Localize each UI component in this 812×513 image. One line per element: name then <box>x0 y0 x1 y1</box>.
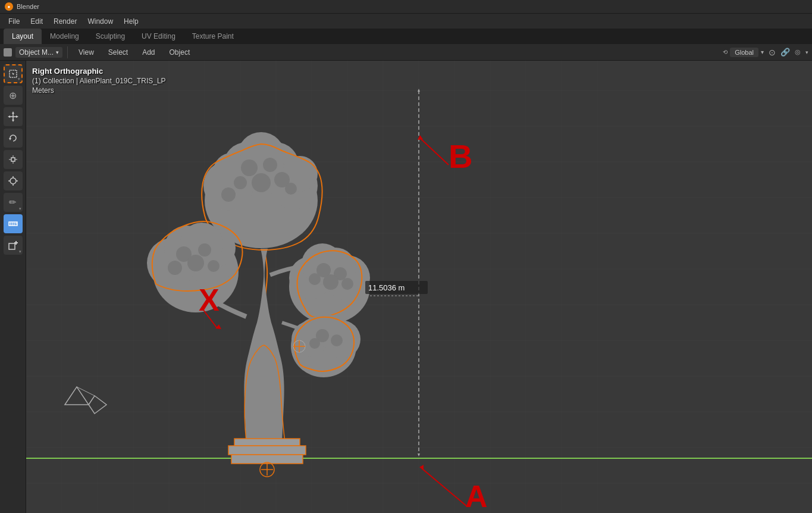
svg-marker-6 <box>8 115 10 118</box>
title-bar: ● Blender <box>0 0 812 13</box>
header-right: ⟲ Global ▾ ⊙ 🔗 ◎ ▾ <box>723 48 808 57</box>
svg-point-14 <box>10 178 16 184</box>
transform-orientation-icon: ⟲ <box>723 49 728 55</box>
blender-logo: ● <box>5 2 13 11</box>
svg-point-84 <box>168 261 182 275</box>
svg-point-94 <box>341 278 353 290</box>
svg-marker-5 <box>12 120 14 122</box>
proportional-dropdown[interactable]: ▾ <box>805 49 808 55</box>
svg-marker-1 <box>12 73 14 75</box>
select-box-icon <box>8 69 18 79</box>
tool-cursor[interactable]: ⊕ <box>4 86 23 105</box>
cursor-icon: ⊕ <box>9 90 17 101</box>
menu-bar: File Edit Render Window Help <box>0 13 812 29</box>
proportional-icon[interactable]: ◎ <box>795 48 801 56</box>
svg-marker-4 <box>12 111 14 114</box>
tool-annotate[interactable]: ✏ <box>4 193 23 212</box>
tool-measure[interactable] <box>4 214 23 233</box>
viewport-canvas: B X A 11.5036 m <box>26 61 812 513</box>
svg-point-82 <box>187 255 204 271</box>
transform-icon <box>8 176 18 186</box>
measure-icon <box>8 218 18 229</box>
tab-texture-paint[interactable]: Texture Paint <box>184 29 242 44</box>
move-icon <box>8 111 18 122</box>
toolbar-object[interactable]: Object <box>164 47 196 58</box>
workspace-tabs: Layout Modeling Sculpting UV Editing Tex… <box>0 29 812 44</box>
svg-point-83 <box>208 260 220 272</box>
svg-text:11.5036 m: 11.5036 m <box>368 283 405 292</box>
tool-add-object[interactable] <box>4 236 23 255</box>
svg-marker-8 <box>9 138 11 140</box>
tab-modeling[interactable]: Modeling <box>42 29 87 44</box>
svg-point-67 <box>241 159 258 176</box>
tool-transform[interactable] <box>4 171 23 190</box>
add-object-icon <box>8 240 18 251</box>
menu-window[interactable]: Window <box>83 16 118 27</box>
global-orientation-btn[interactable]: Global <box>730 48 758 57</box>
menu-render[interactable]: Render <box>49 16 81 27</box>
svg-point-93 <box>309 273 321 285</box>
tool-scale[interactable] <box>4 150 23 169</box>
viewport[interactable]: B X A 11.5036 m Right Orthographic (1) C… <box>26 61 812 513</box>
main-area: ⊕ <box>0 61 812 513</box>
svg-point-92 <box>323 274 338 290</box>
svg-point-69 <box>252 173 271 192</box>
svg-point-100 <box>331 334 343 346</box>
tool-move[interactable] <box>4 107 23 126</box>
svg-text:B: B <box>449 137 472 175</box>
pivot-icon[interactable]: ⊙ <box>769 48 776 57</box>
separator-1 <box>67 46 68 58</box>
annotate-icon: ✏ <box>9 197 17 208</box>
svg-rect-102 <box>234 439 300 446</box>
app-title: Blender <box>17 3 39 10</box>
left-toolbar: ⊕ <box>0 61 26 513</box>
toolbar-select[interactable]: Select <box>102 47 134 58</box>
object-mode-icon <box>4 48 12 57</box>
toolbar-add[interactable]: Add <box>136 47 161 58</box>
tab-layout[interactable]: Layout <box>4 29 42 44</box>
svg-point-73 <box>221 187 236 202</box>
dropdown-icon: ▾ <box>761 49 764 55</box>
menu-edit[interactable]: Edit <box>26 16 48 27</box>
svg-rect-9 <box>11 158 15 161</box>
tool-rotate[interactable] <box>4 129 23 148</box>
rotate-icon <box>8 133 18 143</box>
mode-selector[interactable]: Object M... ▾ <box>15 47 62 58</box>
svg-text:A: A <box>465 479 488 513</box>
toolbar-view[interactable]: View <box>73 47 100 58</box>
svg-point-71 <box>234 176 247 189</box>
menu-file[interactable]: File <box>4 16 24 27</box>
svg-text:X: X <box>199 283 220 317</box>
snap-icon[interactable]: 🔗 <box>780 48 790 57</box>
mode-label: Object M... <box>19 48 54 57</box>
toolbar-row: Object M... ▾ View Select Add Object ⟲ G… <box>0 44 812 61</box>
svg-marker-7 <box>16 115 18 118</box>
svg-point-81 <box>198 243 211 256</box>
svg-point-101 <box>309 338 320 349</box>
menu-help[interactable]: Help <box>119 16 143 27</box>
svg-point-72 <box>285 183 297 195</box>
svg-rect-24 <box>9 243 15 249</box>
mode-dropdown-icon: ▾ <box>56 49 59 55</box>
svg-point-68 <box>263 158 277 172</box>
scale-icon <box>8 154 18 165</box>
tool-select-box[interactable] <box>4 64 23 83</box>
tab-uv-editing[interactable]: UV Editing <box>133 29 184 44</box>
svg-rect-103 <box>228 446 306 455</box>
tab-sculpting[interactable]: Sculpting <box>87 29 133 44</box>
